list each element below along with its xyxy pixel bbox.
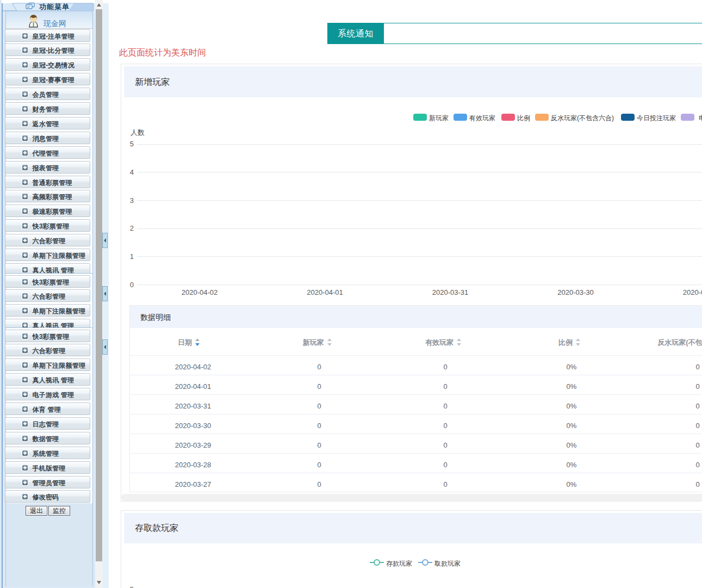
svg-text:功能菜单: 功能菜单 xyxy=(39,3,70,11)
